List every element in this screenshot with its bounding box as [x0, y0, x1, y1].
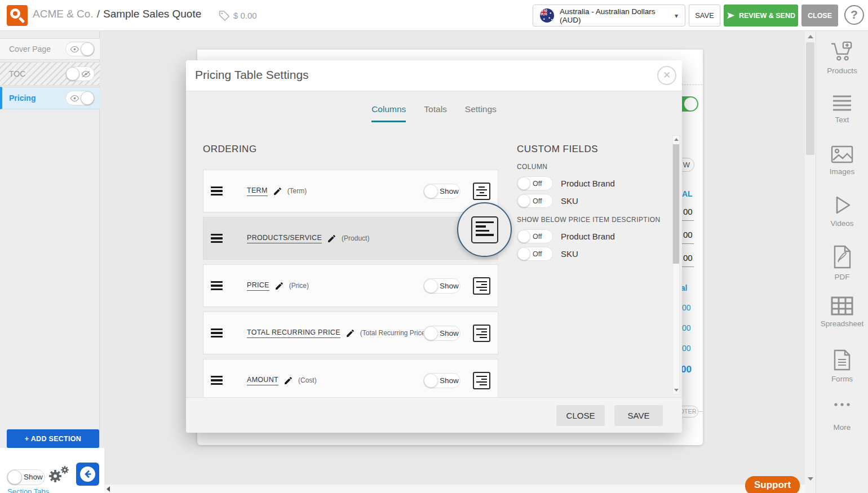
align-left-icon[interactable]	[471, 216, 498, 243]
australia-flag-icon	[540, 8, 554, 23]
modal-close-button[interactable]: CLOSE	[556, 405, 605, 426]
tool-forms[interactable]: Forms	[816, 349, 868, 383]
column-label[interactable]: TERM	[247, 186, 268, 196]
toggle-state: Off	[533, 250, 542, 258]
cart-plus-icon	[816, 41, 868, 63]
gears-icon[interactable]	[47, 465, 70, 484]
toggle-label: Show	[440, 329, 459, 337]
grid-icon	[816, 296, 868, 316]
custom-field-row: Off Product Brand	[517, 176, 666, 190]
main-horizontal-scrollbar[interactable]	[104, 485, 805, 493]
toggle-label: Show	[440, 376, 459, 385]
ordering-row-term[interactable]: TERM (Term) Show	[203, 170, 498, 212]
drag-handle-icon[interactable]	[211, 374, 223, 387]
column-label[interactable]: AMOUNT	[247, 376, 278, 385]
edit-pencil-icon[interactable]	[273, 186, 282, 196]
scroll-left-arrow[interactable]	[107, 486, 110, 492]
toggle-label: Show	[24, 473, 43, 481]
breadcrumb-separator: /	[97, 8, 100, 20]
column-label[interactable]: TOTAL RECURRING PRICE	[247, 328, 340, 338]
review-send-button[interactable]: REVIEW & SEND	[724, 5, 798, 26]
show-toggle[interactable]: Show	[423, 373, 460, 388]
tool-text[interactable]: Text	[816, 95, 868, 124]
collapse-sidebar-button[interactable]	[76, 463, 99, 486]
off-toggle[interactable]: Off	[517, 247, 553, 261]
support-button[interactable]: Support	[745, 476, 800, 493]
custom-fields-subheading: COLUMN	[517, 163, 666, 171]
close-quote-button[interactable]: CLOSE	[801, 5, 838, 26]
add-section-button[interactable]: + ADD SECTION	[7, 429, 99, 448]
tool-more[interactable]: More	[816, 402, 868, 432]
show-toggle[interactable]: Show	[423, 184, 460, 199]
toggle-knob	[81, 91, 94, 105]
edit-pencil-icon[interactable]	[327, 234, 336, 243]
quotient-magnifier-logo[interactable]	[7, 5, 28, 26]
off-toggle[interactable]: Off	[517, 176, 553, 190]
tool-products[interactable]: Products	[816, 41, 868, 75]
currency-selector[interactable]: Australia - Australian Dollars (AUD) ▾	[533, 5, 685, 26]
modal-scrollbar[interactable]	[672, 135, 680, 394]
page-subtotal-value: 00	[682, 344, 691, 353]
page-subtotal-value: 00	[682, 323, 691, 332]
tool-images[interactable]: Images	[816, 145, 868, 176]
modal-save-button[interactable]: SAVE	[614, 405, 663, 426]
tool-label: More	[816, 423, 868, 432]
ordering-row-price[interactable]: PRICE (Price) Show	[203, 264, 498, 307]
sidebar-item-cover-page[interactable]: Cover Page	[0, 38, 100, 60]
off-toggle[interactable]: Off	[517, 194, 553, 208]
edit-pencil-icon[interactable]	[284, 376, 293, 385]
show-toggle[interactable]: Show	[423, 278, 460, 294]
section-tabs-label[interactable]: Section Tabs	[7, 487, 49, 493]
visibility-toggle[interactable]	[65, 42, 95, 56]
drag-handle-icon[interactable]	[211, 279, 223, 292]
column-label[interactable]: PRICE	[247, 281, 269, 291]
edit-pencil-icon[interactable]	[346, 328, 355, 338]
tab-settings[interactable]: Settings	[465, 104, 497, 122]
align-right-button[interactable]	[473, 277, 490, 295]
company-name[interactable]: ACME & Co.	[33, 8, 94, 20]
column-label[interactable]: PRODUCTS/SERVICE	[247, 234, 322, 243]
align-right-button[interactable]	[473, 372, 490, 389]
ordering-row-amount[interactable]: AMOUNT (Cost) Show	[203, 359, 498, 402]
align-left-magnifier	[457, 202, 512, 257]
align-right-button[interactable]	[473, 325, 490, 342]
align-center-button[interactable]	[473, 183, 490, 200]
visibility-toggle[interactable]	[65, 91, 95, 105]
ellipsis-icon	[816, 402, 868, 407]
sidebar-item-pricing[interactable]: Pricing	[0, 87, 100, 109]
help-icon[interactable]: ?	[844, 5, 864, 25]
visibility-toggle[interactable]	[65, 66, 95, 81]
top-bar: ACME & Co./Sample Sales Quote $ 0.00	[0, 0, 868, 31]
drag-handle-icon[interactable]	[211, 327, 223, 340]
toggle-knob	[517, 247, 530, 260]
tool-pdf[interactable]: PDF	[816, 245, 868, 281]
custom-fields-panel: CUSTOM FIELDS COLUMN Off Product Brand O…	[517, 144, 666, 264]
ordering-row-total-recurring-price[interactable]: TOTAL RECURRING PRICE (Total Recurring P…	[203, 312, 498, 354]
save-button[interactable]: SAVE	[689, 5, 720, 26]
toggle-knob	[424, 279, 438, 293]
off-toggle[interactable]: Off	[517, 229, 553, 243]
tab-columns[interactable]: Columns	[371, 104, 406, 122]
scroll-down-arrow[interactable]	[674, 389, 679, 392]
page-subtotal-value: 00	[682, 303, 691, 312]
ordering-row-products-service[interactable]: PRODUCTS/SERVICE (Product)	[203, 217, 498, 260]
section-label: Pricing	[9, 94, 65, 103]
tool-videos[interactable]: Videos	[816, 195, 868, 228]
main-vertical-scrollbar[interactable]	[805, 31, 816, 493]
edit-pencil-icon[interactable]	[274, 281, 284, 291]
scrollbar-thumb[interactable]	[673, 144, 679, 264]
modal-header: Pricing Table Settings ✕	[186, 60, 682, 91]
tab-totals[interactable]: Totals	[424, 104, 447, 122]
show-toggle[interactable]: Show	[423, 326, 460, 341]
scroll-up-arrow[interactable]	[674, 138, 679, 141]
section-tabs-toggle[interactable]: Show	[7, 469, 45, 485]
tool-spreadsheet[interactable]: Spreadsheet	[816, 296, 868, 328]
sidebar-item-toc[interactable]: TOC	[0, 62, 100, 86]
drag-handle-icon[interactable]	[211, 232, 223, 245]
drag-handle-icon[interactable]	[211, 185, 223, 198]
scrollbar-thumb[interactable]	[806, 42, 814, 155]
toolbox-sidebar: Products Text Images Videos PDF Spreadsh…	[816, 31, 868, 493]
scroll-down-arrow[interactable]	[808, 477, 813, 481]
modal-close-icon[interactable]: ✕	[657, 66, 676, 85]
scroll-up-arrow[interactable]	[808, 35, 813, 38]
